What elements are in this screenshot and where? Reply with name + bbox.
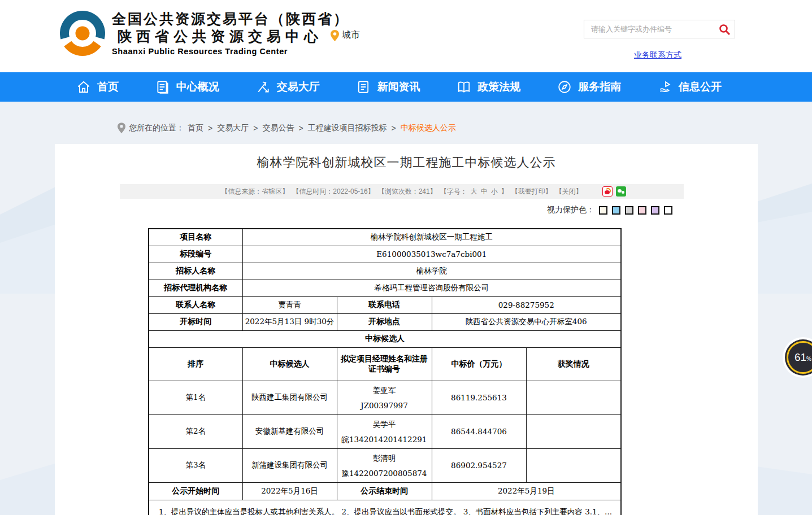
breadcrumb-item-bidding[interactable]: 工程建设项目招标投标 <box>308 123 387 133</box>
manager-name: 彭清明 <box>337 453 432 463</box>
open-place-value: 陕西省公共资源交易中心开标室406 <box>432 313 621 330</box>
contact-phone-label: 联系电话 <box>337 296 432 313</box>
eye-color-gray[interactable] <box>625 206 633 215</box>
open-time-value: 2022年5月13日 9时30分 <box>242 313 337 330</box>
font-size-large-button[interactable]: 大 <box>471 187 477 197</box>
candidate-price: 86544.844706 <box>432 414 526 448</box>
breadcrumb-item-announcements[interactable]: 交易公告 <box>262 123 294 133</box>
open-place-label: 开标地点 <box>337 313 432 330</box>
cert-number: JZ00397997 <box>337 400 432 411</box>
agency-value: 希格玛工程管理咨询股份有限公司 <box>242 280 621 296</box>
candidate-award <box>526 448 621 482</box>
candidate-price: 86902.954527 <box>432 448 526 482</box>
guide-icon <box>557 80 572 94</box>
table-row: 联系人名称 贾青青 联系电话 029-88275952 <box>149 296 621 313</box>
candidates-section-header: 中标候选人 <box>149 330 621 347</box>
nav-item-home[interactable]: 首页 <box>76 80 119 94</box>
publicity-start-label: 公示开始时间 <box>149 482 242 500</box>
breadcrumb-current: 中标候选人公示 <box>401 123 456 133</box>
font-size-medium-button[interactable]: 中 <box>481 187 488 197</box>
wechat-share-icon[interactable] <box>616 186 626 197</box>
manager-name: 姜亚军 <box>337 385 432 395</box>
table-row: 开标时间 2022年5月13日 9时30分 开标地点 陕西省公共资源交易中心开标… <box>149 313 621 330</box>
table-row: 招标人名称 榆林学院 <box>149 263 621 280</box>
news-icon <box>356 80 371 94</box>
section-code-value: E61000035013wc7a7cbi001 <box>242 246 621 263</box>
search-input[interactable] <box>584 25 714 33</box>
trade-hall-icon <box>256 80 271 94</box>
site-brand: 全国公共资源交易平台（陕西省） 陕西省公共资源交易中心 Shaanxi Publ… <box>112 10 349 56</box>
site-logo[interactable] <box>57 7 108 60</box>
breadcrumb-separator: > <box>392 124 396 133</box>
candidate-manager-cert: 吴学平 皖1342014201412291 <box>337 414 432 448</box>
tenderer-label: 招标人名称 <box>149 263 242 280</box>
nav-item-news[interactable]: 新闻资讯 <box>356 80 420 94</box>
col-manager-cert: 拟定项目经理姓名和注册证书编号 <box>337 347 432 381</box>
page-content: 您所在的位置： 首页 > 交易大厅 > 交易公告 > 工程建设项目招标投标 > … <box>0 102 812 515</box>
publicity-end-value: 2022年5月19日 <box>432 482 621 500</box>
agency-label: 招标代理机构名称 <box>149 280 242 296</box>
nav-item-overview[interactable]: 中心概况 <box>155 80 219 94</box>
bid-result-table: 项目名称 榆林学院科创新城校区一期工程施工 标段编号 E61000035013w… <box>148 228 622 515</box>
location-pin-icon <box>331 30 339 41</box>
manager-name: 吴学平 <box>337 419 432 429</box>
share-icons <box>602 186 626 197</box>
objection-notes: 1、提出异议的主体应当是投标人或其他利害关系人。 2、提出异议应当以书面形式提交… <box>149 500 621 515</box>
eye-color-blue[interactable] <box>612 206 620 215</box>
search-box <box>584 20 735 38</box>
nav-item-policy[interactable]: 政策法规 <box>457 80 520 94</box>
candidate-award <box>526 414 621 448</box>
font-size-small-button[interactable]: 小 <box>491 187 498 197</box>
nav-label: 中心概况 <box>176 80 219 94</box>
breadcrumb-prefix: 您所在的位置： <box>129 123 184 133</box>
col-award: 获奖情况 <box>526 347 621 381</box>
page-title: 榆林学院科创新城校区一期工程施工中标候选人公示 <box>55 154 758 171</box>
article-meta-bar: 【信息来源：省辖区】 【信息时间：2022-05-16】 【浏览次数：241】 … <box>120 184 684 199</box>
nav-label: 信息公开 <box>679 80 722 94</box>
table-row: 标段编号 E61000035013wc7a7cbi001 <box>149 246 621 263</box>
candidate-company: 陕西建工集团有限公司 <box>242 381 337 414</box>
business-contact-link[interactable]: 业务联系方式 <box>634 50 681 60</box>
eye-color-cream[interactable] <box>599 206 607 215</box>
weibo-share-icon[interactable] <box>602 186 613 197</box>
eye-protect-label: 视力保护色： <box>547 205 594 215</box>
publicity-start-value: 2022年5月16日 <box>242 482 337 500</box>
breadcrumb-item-trade-hall[interactable]: 交易大厅 <box>217 123 249 133</box>
section-code-label: 标段编号 <box>149 246 242 263</box>
open-time-label: 开标时间 <box>149 313 242 330</box>
contact-name-label: 联系人名称 <box>149 296 242 313</box>
contact-phone-value: 029-88275952 <box>432 296 621 313</box>
table-row: 项目名称 榆林学院科创新城校区一期工程施工 <box>149 229 621 246</box>
col-rank: 排序 <box>149 347 242 381</box>
eye-protect-row: 视力保护色： <box>55 205 758 215</box>
nav-item-guide[interactable]: 服务指南 <box>557 80 621 94</box>
meta-font-label: 【字号： <box>440 187 467 197</box>
candidate-manager-cert: 姜亚军 JZ00397997 <box>337 381 432 414</box>
eye-color-lavender[interactable] <box>651 206 659 215</box>
breadcrumb-item-home[interactable]: 首页 <box>188 123 203 133</box>
candidates-header-row: 排序 中标候选人 拟定项目经理姓名和注册证书编号 中标价（万元） 获奖情况 <box>149 347 621 381</box>
breadcrumb-separator: > <box>298 124 303 133</box>
breadcrumb-separator: > <box>208 124 212 133</box>
contact-name-value: 贾青青 <box>242 296 337 313</box>
table-section-header-row: 中标候选人 <box>149 330 621 347</box>
search-button[interactable] <box>714 20 735 38</box>
eye-color-white[interactable] <box>664 206 672 215</box>
cert-number: 皖1342014201412291 <box>337 434 432 444</box>
nav-item-disclosure[interactable]: 信息公开 <box>658 80 722 94</box>
nav-item-trade-hall[interactable]: 交易大厅 <box>256 80 320 94</box>
candidate-rank: 第3名 <box>149 448 242 482</box>
meta-source: 【信息来源：省辖区】 <box>221 187 289 197</box>
close-button[interactable]: 【关闭】 <box>555 187 583 197</box>
publicity-row: 公示开始时间 2022年5月16日 公示结束时间 2022年5月19日 <box>149 482 621 500</box>
main-nav: 首页 中心概况 交易大厅 新闻资讯 政策法规 服务指南 信息公 <box>0 72 812 102</box>
eye-color-pink[interactable] <box>638 206 646 215</box>
site-title-cn-2: 陕西省公共资源交易中心 <box>112 28 349 45</box>
candidate-price: 86119.255613 <box>432 381 526 414</box>
progress-value: 61 <box>794 351 806 364</box>
meta-font-end: 】 <box>501 187 508 197</box>
site-title-cn-1: 全国公共资源交易平台（陕西省） <box>112 10 349 28</box>
logo-icon <box>57 7 108 60</box>
city-selector[interactable]: 城市 <box>331 29 360 41</box>
print-button[interactable]: 【我要打印】 <box>511 187 552 197</box>
